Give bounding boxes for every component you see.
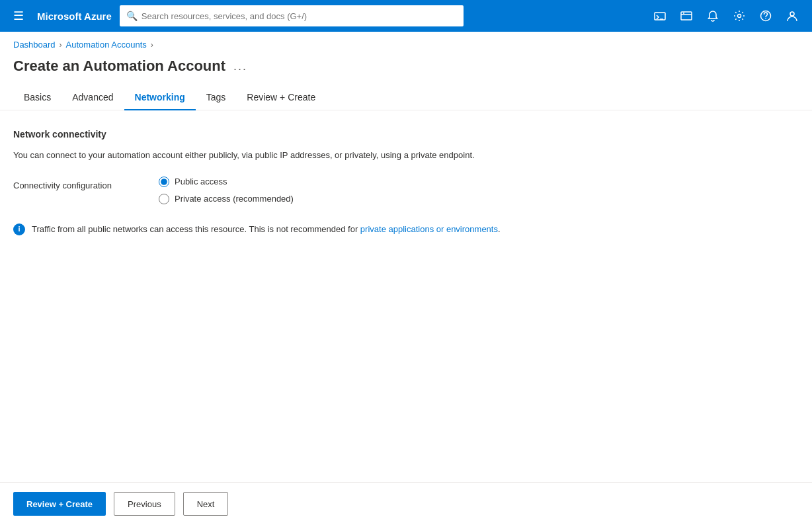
search-input[interactable] <box>142 11 457 21</box>
connectivity-label: Connectivity configuration <box>13 177 159 190</box>
private-access-option[interactable]: Private access (recommended) <box>159 194 294 204</box>
hamburger-menu[interactable]: ☰ <box>8 6 29 26</box>
tab-tags[interactable]: Tags <box>196 85 237 110</box>
breadcrumb-dashboard[interactable]: Dashboard <box>13 40 56 50</box>
section-title: Network connectivity <box>13 129 799 140</box>
breadcrumb-sep-2: › <box>151 40 153 50</box>
svg-point-5 <box>738 15 741 18</box>
private-access-radio[interactable] <box>159 194 169 204</box>
tab-advanced[interactable]: Advanced <box>61 85 124 110</box>
svg-point-7 <box>765 18 766 19</box>
help-icon[interactable] <box>754 4 778 28</box>
notifications-icon[interactable] <box>701 4 725 28</box>
tab-review-create[interactable]: Review + Create <box>236 85 326 110</box>
brand-logo: Microsoft Azure <box>37 11 112 22</box>
page-title: Create an Automation Account <box>13 58 225 75</box>
public-access-radio[interactable] <box>159 177 169 187</box>
private-access-label: Private access (recommended) <box>175 194 294 204</box>
main-content: Network connectivity You can connect to … <box>0 110 812 249</box>
search-icon: 🔍 <box>126 11 138 21</box>
account-icon[interactable] <box>780 4 804 28</box>
public-access-label: Public access <box>175 177 227 186</box>
connectivity-radio-group: Public access Private access (recommende… <box>159 177 294 204</box>
breadcrumb-sep-1: › <box>60 40 62 50</box>
svg-rect-2 <box>681 12 692 20</box>
breadcrumb-automation-accounts[interactable]: Automation Accounts <box>66 40 147 50</box>
search-bar: 🔍 <box>120 5 464 26</box>
directory-icon[interactable] <box>674 4 698 28</box>
tab-networking[interactable]: Networking <box>124 85 196 110</box>
settings-icon[interactable] <box>727 4 751 28</box>
topbar-icons <box>648 4 804 28</box>
svg-point-4 <box>683 13 684 14</box>
info-icon: i <box>13 223 25 235</box>
info-box: i Traffic from all public networks can a… <box>13 223 799 236</box>
page-header: Create an Automation Account ... <box>0 52 812 85</box>
section-description: You can connect to your automation accou… <box>13 149 799 162</box>
info-link[interactable]: private applications or environments <box>360 224 498 234</box>
cloud-shell-icon[interactable] <box>648 4 672 28</box>
tabs: Basics Advanced Networking Tags Review +… <box>0 85 812 110</box>
tab-basics[interactable]: Basics <box>13 85 61 110</box>
topbar: ☰ Microsoft Azure 🔍 <box>0 0 812 32</box>
connectivity-form-row: Connectivity configuration Public access… <box>13 177 799 204</box>
breadcrumb: Dashboard › Automation Accounts › <box>0 32 812 52</box>
info-text: Traffic from all public networks can acc… <box>32 223 501 236</box>
svg-point-8 <box>790 12 794 16</box>
more-options-button[interactable]: ... <box>233 60 247 73</box>
public-access-option[interactable]: Public access <box>159 177 294 187</box>
